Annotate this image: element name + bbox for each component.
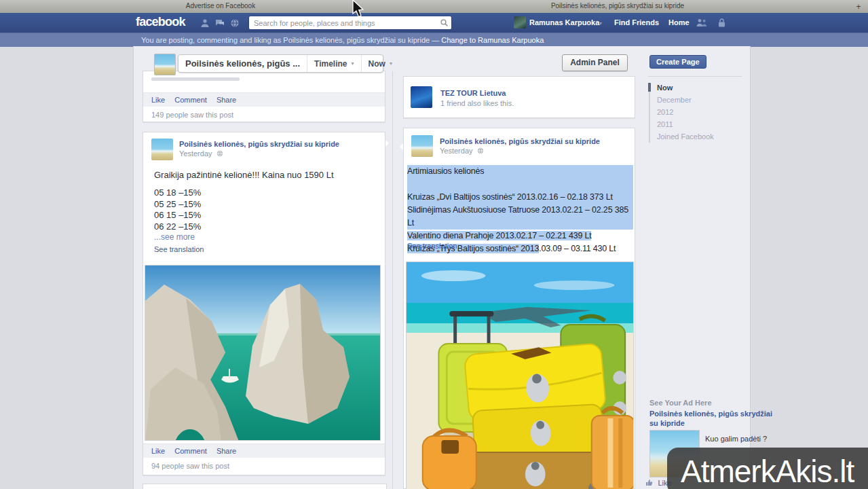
tez-tour-avatar[interactable] xyxy=(411,86,432,108)
page-avatar[interactable] xyxy=(154,54,176,75)
clipped-post-text xyxy=(151,77,240,81)
post-line: 06 15 –15% xyxy=(154,210,201,221)
account-caret-icon[interactable]: ▾ xyxy=(599,20,602,26)
home-link[interactable]: Home xyxy=(668,18,690,26)
voice-switch-text: You are posting, commenting and liking a… xyxy=(141,36,544,44)
share-button[interactable]: Share xyxy=(216,96,236,104)
timeline-nav-now[interactable]: Now xyxy=(657,84,673,92)
like-button[interactable]: Like xyxy=(151,96,165,104)
left-next-post-clipped xyxy=(143,484,387,489)
left-post: Poilsinės kelionės, pigūs skrydžiai su k… xyxy=(143,132,385,475)
sel-line-tail: .03.09 – 03.11 430 Lt xyxy=(539,244,616,253)
atmerkakis-watermark: AtmerkAkis.lt xyxy=(667,448,868,489)
likes-subtext: 1 friend also likes this. xyxy=(440,99,514,107)
search-icon[interactable] xyxy=(440,19,448,26)
divider xyxy=(648,76,742,77)
thumb-up-icon[interactable] xyxy=(645,479,653,486)
timeline-nav-2012[interactable]: 2012 xyxy=(657,108,673,116)
post-time-label: Yesterday xyxy=(440,147,473,155)
privacy-globe-icon xyxy=(216,150,223,157)
ad-section-header[interactable]: See Your Ad Here xyxy=(649,399,712,407)
admin-panel-button[interactable]: Admin Panel xyxy=(562,54,628,71)
page-header-bar: Poilsinės kelionės, pigūs ... Timeline ▾… xyxy=(178,54,383,73)
facebook-logo[interactable]: facebook xyxy=(136,15,185,29)
sel-line: Valentino diena Prahoje 2013.02.17 – 02.… xyxy=(407,230,633,242)
browser-tab-bar: Advertise on Facebook Poilsinės kelionės… xyxy=(0,0,868,14)
post-page-avatar[interactable] xyxy=(151,139,173,160)
messages-icon[interactable] xyxy=(215,18,225,28)
timeline-nav-december[interactable]: December xyxy=(657,96,692,104)
left-post-clipped: Like Comment Share 149 people saw this p… xyxy=(143,71,385,122)
timeline-nav-joined[interactable]: Joined Facebook xyxy=(657,132,714,141)
post-page-name[interactable]: Poilsinės kelionės, pigūs skrydžiai su k… xyxy=(440,137,600,145)
browser-tab-advertise[interactable]: Advertise on Facebook xyxy=(146,2,295,10)
share-button[interactable]: Share xyxy=(216,447,236,455)
timeline-nav-line xyxy=(649,83,650,143)
user-avatar[interactable] xyxy=(514,16,526,29)
new-tab-button[interactable]: + xyxy=(854,2,863,12)
timeline-center-line xyxy=(392,71,393,489)
timeline-nav-marker xyxy=(648,83,651,92)
sel-line: Slidinėjimas Aukštuosiuose Tatruose 2013… xyxy=(407,204,633,230)
now-dropdown[interactable]: Now xyxy=(362,59,390,69)
post-line: 05 25 –15% xyxy=(154,199,201,211)
privacy-lock-icon[interactable] xyxy=(718,18,725,27)
post-page-name[interactable]: Poilsinės kelionės, pigūs skrydžiai su k… xyxy=(179,140,339,148)
watermark-text: AtmerkAkis.lt xyxy=(681,453,854,489)
search-box xyxy=(248,16,452,30)
friend-requests-icon[interactable] xyxy=(200,18,210,28)
timeline-arrow-left-post-icon xyxy=(385,140,392,147)
sel-blank-line xyxy=(407,178,633,191)
liked-page-name[interactable]: TEZ TOUR Lietuva xyxy=(440,89,506,97)
find-friends-link[interactable]: Find Friends xyxy=(614,18,659,26)
privacy-globe-icon xyxy=(477,147,484,154)
ad-title-link[interactable]: Poilsinės kelionės, pigūs skrydžiai su k… xyxy=(649,409,778,428)
greece-rocks-photo[interactable] xyxy=(145,265,381,441)
see-translation-link[interactable]: See translation xyxy=(154,245,204,253)
right-post: Poilsinės kelionės, pigūs skrydžiai su k… xyxy=(403,128,635,489)
page-title[interactable]: Poilsinės kelionės, pigūs ... xyxy=(178,58,307,69)
post-line: 06 22 –15% xyxy=(154,221,201,233)
comment-button[interactable]: Comment xyxy=(174,447,207,455)
post-body-lines: 05 18 –15% 05 25 –15% 06 15 –15% 06 22 –… xyxy=(154,187,201,232)
timeline-arrow-right-post-icon xyxy=(396,143,403,150)
see-more-link[interactable]: ...see more xyxy=(154,232,195,242)
sel-line-text: Valentino diena Prahoje 2013.02.17 – 02.… xyxy=(407,231,591,240)
suitcases-beach-photo[interactable] xyxy=(406,261,634,489)
post-title: Graikija pažintinė kelionė!!! Kaina nuo … xyxy=(154,170,334,180)
browser-tab-page[interactable]: Poilsinės kelionės, pigūs skrydžiai su k… xyxy=(512,2,723,10)
voice-switch-bar: You are posting, commenting and liking a… xyxy=(0,33,868,47)
comment-button[interactable]: Comment xyxy=(174,96,207,104)
post-page-avatar[interactable] xyxy=(411,135,433,157)
ad-body-text: Kuo galim padėti ? xyxy=(705,435,767,443)
post-timestamp[interactable]: Yesterday xyxy=(179,149,223,158)
post-timestamp[interactable]: Yesterday xyxy=(440,147,484,155)
search-input[interactable] xyxy=(252,17,435,29)
cursor-arrow-icon xyxy=(351,0,367,19)
facebook-navbar: facebook Ramunas Karpuoka ▾ Find Friends… xyxy=(0,13,868,33)
now-caret-icon[interactable]: ▾ xyxy=(390,60,392,67)
post-time-label: Yesterday xyxy=(179,149,212,158)
post-line: 05 18 –15% xyxy=(154,187,201,199)
screen: Advertise on Facebook Poilsinės kelionės… xyxy=(0,0,868,489)
change-voice-link[interactable]: Change to Ramunas Karpuoka xyxy=(441,36,544,44)
timeline-nav-2011[interactable]: 2011 xyxy=(657,120,673,128)
sel-title: Artimiausios kelionės xyxy=(407,165,633,178)
like-button[interactable]: Like xyxy=(151,447,165,455)
timeline-caret-icon[interactable]: ▾ xyxy=(352,60,354,67)
timeline-dropdown[interactable]: Timeline xyxy=(307,59,351,69)
voice-message: You are posting, commenting and liking a… xyxy=(141,36,441,44)
sel-line: Kruizas „Dvi Baltijos sostinės“ 2013.02.… xyxy=(407,191,633,204)
see-translation-link[interactable]: See translation xyxy=(407,242,457,250)
post-reach: 149 people saw this post xyxy=(143,107,242,123)
user-menu[interactable]: Ramunas Karpuoka xyxy=(529,18,599,26)
friends-shortcut-icon[interactable] xyxy=(696,18,707,27)
post-reach: 94 people saw this post xyxy=(143,458,238,474)
likes-box: TEZ TOUR Lietuva 1 friend also likes thi… xyxy=(403,76,635,118)
notifications-icon[interactable] xyxy=(230,18,240,28)
create-page-button[interactable]: Create Page xyxy=(649,55,706,69)
